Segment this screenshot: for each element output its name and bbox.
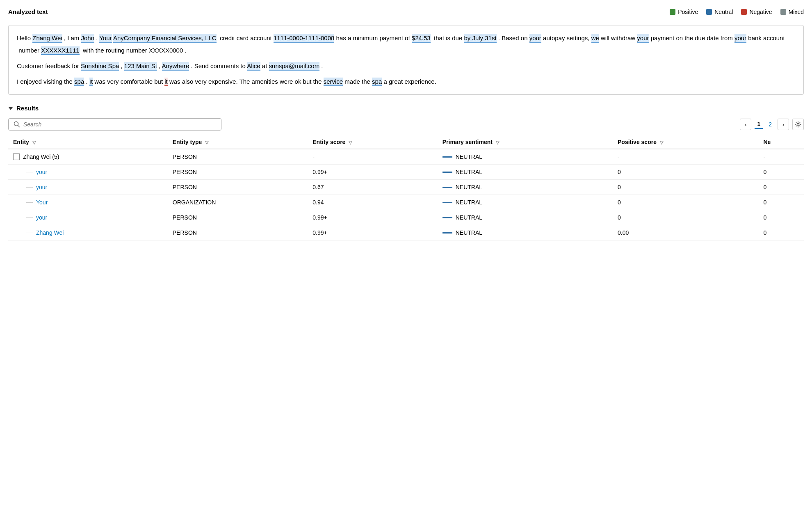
- sentiment-value: NEUTRAL: [456, 214, 482, 221]
- col-header-ne: Ne: [758, 135, 804, 149]
- legend-negative: Negative: [741, 9, 772, 15]
- primary-sentiment-cell: NEUTRAL: [438, 195, 613, 210]
- prev-page-button[interactable]: ‹: [740, 119, 751, 130]
- entity-your-1: Your: [99, 34, 112, 43]
- entity-alice: Alice: [247, 62, 260, 71]
- col-header-entity-type: Entity type ▽: [168, 135, 308, 149]
- primary-sentiment-cell: NEUTRAL: [438, 180, 613, 195]
- entity-we: we: [591, 34, 599, 43]
- entity-sort-icon[interactable]: ▽: [32, 140, 36, 145]
- svg-point-2: [797, 124, 799, 126]
- legend-positive: Positive: [670, 9, 698, 15]
- table-row: your PERSON 0.99+ NEUTRAL 0 0: [8, 165, 804, 180]
- next-page-button[interactable]: ›: [778, 119, 789, 130]
- primary-sentiment-cell: NEUTRAL: [438, 225, 613, 240]
- ne-score-cell: 0: [758, 165, 804, 180]
- entity-service: service: [324, 78, 343, 86]
- next-page-number[interactable]: 2: [766, 120, 774, 128]
- search-icon: [14, 121, 20, 128]
- ne-score-cell: 0: [758, 195, 804, 210]
- entity-name: Zhang Wei (5): [23, 153, 59, 160]
- mixed-label: Mixed: [789, 9, 804, 15]
- entity-cell: your: [8, 180, 168, 195]
- entity-your-4: your: [734, 34, 746, 43]
- entity-link[interactable]: your: [36, 214, 47, 221]
- sentiment-value: NEUTRAL: [456, 169, 482, 175]
- positive-score-cell: 0: [613, 210, 758, 225]
- col-header-positive-score: Positive score ▽: [613, 135, 758, 149]
- positive-score-cell: 0: [613, 195, 758, 210]
- primary-sentiment-cell: NEUTRAL: [438, 210, 613, 225]
- entity-your-2: your: [529, 34, 541, 43]
- entity-type-cell: PERSON: [168, 149, 308, 165]
- search-box[interactable]: [8, 118, 221, 130]
- entity-date: by July 31st: [464, 34, 496, 43]
- sentiment-line: [442, 172, 452, 173]
- sentiment-value: NEUTRAL: [456, 229, 482, 236]
- entity-cell: Zhang Wei: [8, 225, 168, 240]
- analyzed-text-box: Hello Zhang Wei , I am John . Your AnyCo…: [8, 25, 804, 95]
- entity-amount: $24.53: [412, 34, 431, 43]
- entity-score-cell: 0.99+: [308, 225, 437, 240]
- sentiment-line: [442, 217, 452, 218]
- pagination: ‹ 1 2 ›: [740, 119, 804, 130]
- legend-neutral: Neutral: [706, 9, 733, 15]
- entity-sunshine-spa: Sunshine Spa: [81, 62, 119, 71]
- positive-score-cell: 0.00: [613, 225, 758, 240]
- legend: Positive Neutral Negative Mixed: [670, 9, 804, 15]
- text-paragraph-2: Customer feedback for Sunshine Spa , 123…: [17, 60, 795, 72]
- analyzed-text-title: Analyzed text: [8, 8, 48, 15]
- entity-score-sort-icon[interactable]: ▽: [349, 140, 352, 145]
- sentiment-value: NEUTRAL: [456, 199, 482, 206]
- entity-link[interactable]: your: [36, 169, 47, 175]
- current-page[interactable]: 1: [755, 120, 763, 129]
- primary-sentiment-cell: NEUTRAL: [438, 149, 613, 165]
- entity-link[interactable]: Your: [36, 199, 48, 206]
- expand-button[interactable]: −: [13, 153, 20, 160]
- mixed-dot: [780, 9, 786, 15]
- gear-icon: [795, 121, 801, 128]
- entity-type-cell: PERSON: [168, 165, 308, 180]
- positive-score-cell: 0: [613, 180, 758, 195]
- positive-score-sort-icon[interactable]: ▽: [660, 140, 663, 145]
- entity-link[interactable]: Zhang Wei: [36, 229, 64, 236]
- results-title: Results: [16, 105, 39, 112]
- entity-spa-2: spa: [372, 78, 382, 86]
- collapse-icon[interactable]: [8, 107, 13, 110]
- text-paragraph-1: Hello Zhang Wei , I am John . Your AnyCo…: [17, 32, 795, 57]
- table-row: your PERSON 0.67 NEUTRAL 0 0: [8, 180, 804, 195]
- table-row: Your ORGANIZATION 0.94 NEUTRAL 0 0: [8, 195, 804, 210]
- entity-score-cell: -: [308, 149, 437, 165]
- entity-type-cell: ORGANIZATION: [168, 195, 308, 210]
- entity-it-2: it: [164, 78, 168, 86]
- entity-type-cell: PERSON: [168, 210, 308, 225]
- table-header: Entity ▽ Entity type ▽ Entity score ▽ Pr…: [8, 135, 804, 149]
- positive-score-cell: 0: [613, 165, 758, 180]
- entity-type-cell: PERSON: [168, 225, 308, 240]
- entity-your-3: your: [637, 34, 649, 43]
- entity-address: 123 Main St: [124, 62, 157, 71]
- ne-score-cell: -: [758, 149, 804, 165]
- entity-type-sort-icon[interactable]: ▽: [205, 140, 208, 145]
- entity-cell: your: [8, 210, 168, 225]
- entity-score-cell: 0.99+: [308, 165, 437, 180]
- col-header-entity: Entity ▽: [8, 135, 168, 149]
- entity-spa-1: spa: [74, 78, 84, 86]
- entity-anycompany: AnyCompany Financial Services, LLC: [113, 34, 217, 43]
- sentiment-line: [442, 187, 452, 188]
- sentiment-value: NEUTRAL: [456, 184, 482, 190]
- ne-score-cell: 0: [758, 210, 804, 225]
- negative-dot: [741, 9, 747, 15]
- entity-cell: − Zhang Wei (5): [8, 149, 168, 165]
- neutral-dot: [706, 9, 712, 15]
- primary-sentiment-sort-icon[interactable]: ▽: [496, 140, 499, 145]
- settings-button[interactable]: [792, 119, 804, 130]
- text-paragraph-3: I enjoyed visiting the spa . It was very…: [17, 76, 795, 88]
- search-input[interactable]: [23, 121, 216, 128]
- entity-link[interactable]: your: [36, 184, 47, 190]
- neutral-label: Neutral: [714, 9, 733, 15]
- sentiment-line: [442, 156, 452, 158]
- sentiment-line: [442, 202, 452, 203]
- positive-label: Positive: [678, 9, 698, 15]
- table-body: − Zhang Wei (5) PERSON - NEUTRAL - -: [8, 149, 804, 240]
